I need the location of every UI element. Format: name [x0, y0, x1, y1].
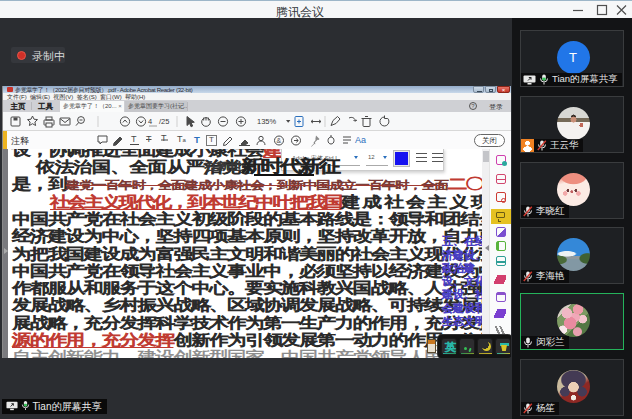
- svg-text:&: &: [277, 137, 282, 144]
